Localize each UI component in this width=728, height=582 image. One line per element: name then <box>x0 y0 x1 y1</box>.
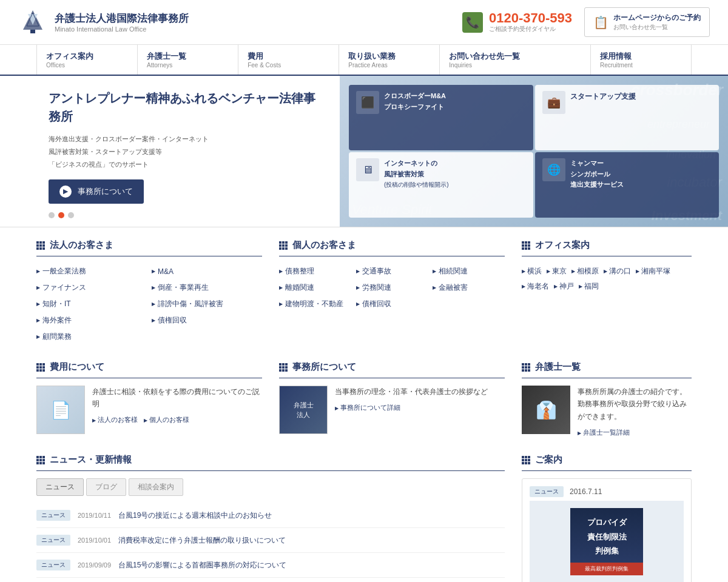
hero-dot-3[interactable] <box>68 212 74 218</box>
hero-left: アントレプレナー精神あふれるベンチャー法律事務所 海外進出支援・クロスボーダー案… <box>0 76 340 227</box>
news-item-2: ニュース 2019/10/01 消費税率改定に伴う弁護士報酬の取り扱いについて <box>36 528 505 553</box>
hojin-link-kaigai[interactable]: ▶海外案件 <box>36 313 147 328</box>
news-item-3: ニュース 2019/09/09 台風15号の影響による首都圏事務所の対応について <box>36 553 505 578</box>
nav-item-fees[interactable]: 費用 Fee & Costs <box>238 45 339 75</box>
hojin-title: 法人のお客さま <box>50 239 113 251</box>
nav-item-inquiries[interactable]: お問い合わせ先一覧 Inquiries <box>440 45 591 75</box>
hojin-link-finance[interactable]: ▶ファイナンス <box>36 280 147 295</box>
hero-right: crossborder entrepreneur innovation incu… <box>340 76 728 227</box>
nav-label-jp: オフィス案内 <box>46 51 128 62</box>
kojin-link-rodo[interactable]: ▶労務関連 <box>356 280 428 295</box>
hojin-link-tosan[interactable]: ▶倒産・事業再生 <box>152 280 262 295</box>
kojin-link-saimu[interactable]: ▶債務整理 <box>279 264 351 279</box>
attorney-card: 👔 事務所所属の弁護士の紹介です。勤務事務所や取扱分野で絞り込みができます。 ▶… <box>522 386 692 437</box>
cost-link-kojin[interactable]: ▶ 個人のお客様 <box>144 415 189 424</box>
office-links: ▶横浜 ▶東京 ▶相模原 ▶溝の口 ▶湘南平塚 ▶海老名 ▶神戸 ▶福岡 <box>522 264 692 294</box>
hero-dot-2[interactable] <box>58 212 64 218</box>
office-tokyo[interactable]: ▶東京 <box>547 264 571 279</box>
hojin-link-hibo[interactable]: ▶誹謗中傷・風評被害 <box>152 296 262 312</box>
news-link-2[interactable]: 消費税率改定に伴う弁護士報酬の取り扱いについて <box>118 535 286 546</box>
hero-card-icon-startup: 💼 <box>542 91 565 114</box>
news-date-1: 2019/10/11 <box>78 512 111 519</box>
jimusho-title: 事務所について <box>292 361 356 373</box>
hero-dot-1[interactable] <box>49 212 55 218</box>
hero-card-myanmar[interactable]: 🌐 ミャンマーシンガポール進出支援サービス <box>535 152 720 218</box>
hero-card-internet[interactable]: 🖥 インターネットの風評被害対策(投稿の削除や情報開示) <box>349 152 533 218</box>
news-link-3[interactable]: 台風15号の影響による首都圏事務所の対応について <box>118 560 286 570</box>
news-link-1[interactable]: 台風19号の接近による週末相談中止のお知らせ <box>118 510 272 521</box>
hero-card-startup[interactable]: 💼 スタートアップ支援 <box>535 85 720 150</box>
hero-card-text-myanmar: ミャンマーシンガポール進出支援サービス <box>570 158 624 190</box>
nav-label-en: Fee & Costs <box>248 62 329 69</box>
grid-icon-4 <box>36 363 45 372</box>
kojin-link-rikon[interactable]: ▶離婚関連 <box>279 280 351 295</box>
hero-card-icon-ma: ⬛ <box>356 91 379 114</box>
phone-number[interactable]: 0120-370-593 <box>489 12 572 25</box>
kojin-link-kinyu[interactable]: ▶金融被害 <box>433 280 505 295</box>
office-title: オフィス案内 <box>535 239 590 251</box>
hero-card-ma[interactable]: ⬛ クロスボーダーM&Aプロキシーファイト <box>349 85 533 150</box>
nav-item-offices[interactable]: オフィス案内 Offices <box>36 45 138 75</box>
grid-icon-2 <box>279 241 288 250</box>
hojin-link-komon[interactable]: ▶顧問業務 <box>36 329 147 344</box>
hero-section: アントレプレナー精神あふれるベンチャー法律事務所 海外進出支援・クロスボーダー案… <box>0 76 728 227</box>
jimusho-desc: 当事務所の理念・沿革・代表弁護士の挨拶など <box>335 386 488 398</box>
cost-thumb: 📄 <box>36 386 85 434</box>
nav-item-attorneys[interactable]: 弁護士一覧 Attorneys <box>138 45 238 75</box>
nav-item-practice[interactable]: 取り扱い業務 Practice Areas <box>339 45 440 75</box>
kojin-link-sozoku[interactable]: ▶相続関連 <box>433 264 505 279</box>
nav-item-recruitment[interactable]: 採用情報 Recruitment <box>591 45 692 75</box>
news-tab-soudan[interactable]: 相談会案内 <box>129 478 183 496</box>
contact-label: ホームページからのご予約 <box>613 13 701 23</box>
hero-card-icon-internet: 🖥 <box>356 158 379 181</box>
nav-label-en: Offices <box>46 62 128 69</box>
hojin-link-saiken[interactable]: ▶債権回収 <box>152 313 262 328</box>
office-section: オフィス案内 ▶横浜 ▶東京 ▶相模原 ▶溝の口 ▶湘南平塚 ▶海老名 ▶神戸 … <box>522 239 692 344</box>
attorney-desc: 事務所所属の弁護士の紹介です。勤務事務所や取扱分野で絞り込みができます。 <box>578 386 692 423</box>
cost-header: 費用について <box>36 361 262 378</box>
logo-area: 弁護士法人港国際法律事務所 Minato International Law O… <box>18 8 189 37</box>
cost-card: 📄 弁護士に相談・依頼をする際の費用についてのご説明 ▶ 法人のお客様 ▶ 個人… <box>36 386 262 434</box>
guide-book-title: プロバイダ 責任制限法 判例集 <box>575 515 638 558</box>
news-tab-blog[interactable]: ブログ <box>86 478 126 496</box>
guide-book-img: プロバイダ 責任制限法 判例集 最高裁判所判例集 <box>530 501 684 582</box>
contact-box[interactable]: 📋 ホームページからのご予約 お問い合わせ先一覧 <box>584 7 710 37</box>
news-list: ニュース 2019/10/11 台風19号の接近による週末相談中止のお知らせ ニ… <box>36 503 505 578</box>
grid-icon-6 <box>522 363 530 372</box>
hero-button[interactable]: ▶ 事務所について <box>49 179 144 204</box>
office-ebina[interactable]: ▶海老名 <box>522 279 554 294</box>
nav-label-en: Recruitment <box>600 62 682 69</box>
hojin-link-general[interactable]: ▶一般企業法務 <box>36 264 147 279</box>
header-right: 📞 0120-370-593 ご相談予約受付ダイヤル 📋 ホームページからのご予… <box>462 7 710 37</box>
hojin-link-chizai[interactable]: ▶知財・IT <box>36 296 147 312</box>
jimusho-detail-link[interactable]: ▶ 事務所について詳細 <box>335 404 400 411</box>
main-content: 法人のお客さま ▶一般企業法務 ▶M&A ▶ファイナンス ▶倒産・事業再生 ▶知… <box>18 227 710 582</box>
office-sagamihara[interactable]: ▶相模原 <box>571 264 604 279</box>
office-shonan[interactable]: ▶湘南平塚 <box>636 264 673 279</box>
guide-header: ご案内 <box>522 454 692 471</box>
kojin-link-jiko[interactable]: ▶交通事故 <box>356 264 428 279</box>
hojin-link-ma[interactable]: ▶M&A <box>152 264 262 279</box>
main-nav: オフィス案内 Offices 弁護士一覧 Attorneys 費用 Fee & … <box>0 45 728 76</box>
nav-label-en: Inquiries <box>449 62 581 69</box>
cost-link-hojin[interactable]: ▶ 法人のお客様 <box>92 415 138 424</box>
office-kobe[interactable]: ▶神戸 <box>554 279 579 294</box>
news-header: ニュース・更新情報 <box>36 454 505 471</box>
kojin-link-tatemono[interactable]: ▶建物明渡・不動産 <box>279 296 351 312</box>
guide-content: ニュース 2016.7.11 プロバイダ 責任制限法 判例集 最高裁判所判例集 … <box>522 478 692 582</box>
office-fukuoka[interactable]: ▶福岡 <box>579 279 604 294</box>
nav-label-jp: 費用 <box>248 51 329 62</box>
cost-title: 費用について <box>50 361 104 373</box>
grid-icon-3 <box>522 241 530 250</box>
office-yokohama[interactable]: ▶横浜 <box>522 264 547 279</box>
grid-icon-5 <box>279 363 288 372</box>
mid-three-col: 費用について 📄 弁護士に相談・依頼をする際の費用についてのご説明 ▶ 法人のお… <box>36 361 692 437</box>
header: 弁護士法人港国際法律事務所 Minato International Law O… <box>0 0 728 45</box>
kojin-link-saiken2[interactable]: ▶債権回収 <box>356 296 428 312</box>
kojin-links: ▶債務整理 ▶交通事故 ▶相続関連 ▶離婚関連 ▶労務関連 ▶金融被害 ▶建物明… <box>279 264 505 312</box>
attorney-detail-link[interactable]: ▶ 弁護士一覧詳細 <box>578 429 630 436</box>
jimusho-thumb: 弁護士法人 <box>279 386 328 434</box>
attorney-title: 弁護士一覧 <box>535 361 581 373</box>
news-tab-news[interactable]: ニュース <box>36 478 84 496</box>
office-mizonokuchi[interactable]: ▶溝の口 <box>604 264 636 279</box>
